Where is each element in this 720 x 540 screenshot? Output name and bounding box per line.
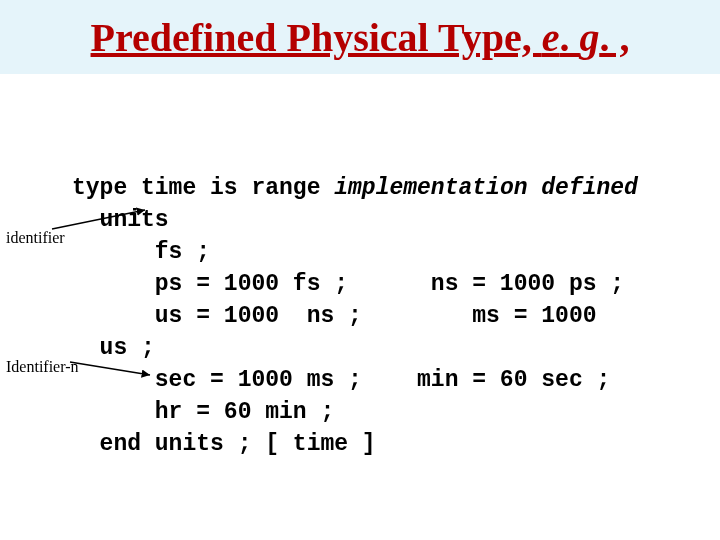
arrow-identifier-n <box>0 0 720 540</box>
slide: Predefined Physical Type, e. g. , type t… <box>0 0 720 540</box>
svg-line-1 <box>70 362 150 375</box>
